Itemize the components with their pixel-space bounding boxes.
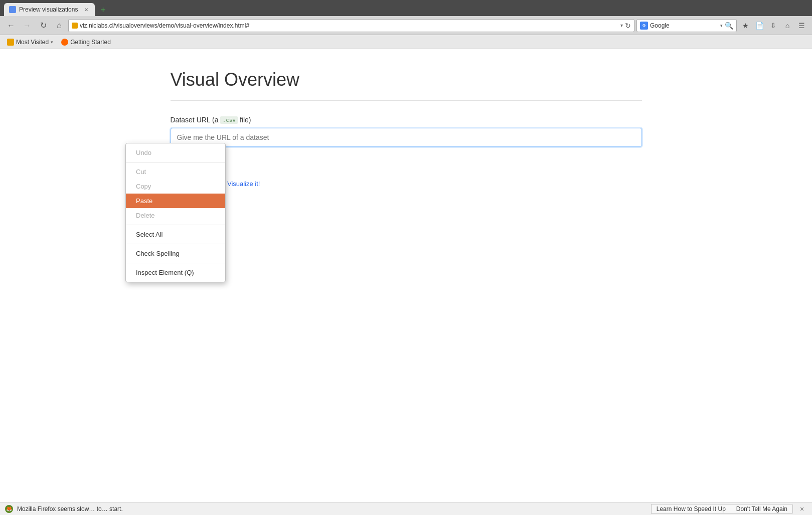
back-button[interactable]: ←: [4, 19, 18, 33]
status-bar: 🦊 Mozilla Firefox seems slow… to… start.…: [0, 502, 812, 515]
status-action-buttons: Learn How to Speed It Up Don't Tell Me A…: [651, 504, 793, 514]
dismiss-button[interactable]: Don't Tell Me Again: [731, 504, 793, 514]
bookmarks-star-button[interactable]: ★: [739, 19, 752, 32]
search-engine-icon: G: [640, 22, 648, 30]
new-tab-button[interactable]: +: [97, 4, 109, 16]
context-menu-separator-1: [126, 162, 225, 162]
page-inner: Visual Overview Dataset URL (a .csv file…: [160, 69, 652, 188]
context-menu-select-all[interactable]: Select All: [126, 227, 225, 242]
nav-icon-buttons: ★ 📄 ⇩ ⌂ ☰: [739, 19, 808, 32]
search-icon[interactable]: 🔍: [725, 22, 733, 30]
url-dropdown-icon[interactable]: ▾: [620, 23, 623, 28]
context-menu: Undo Cut Copy Paste Delete Select All Ch…: [125, 143, 226, 282]
dataset-field-group: Dataset URL (a .csv file): [171, 116, 642, 154]
most-visited-dropdown-icon[interactable]: ▾: [51, 40, 53, 45]
context-menu-undo[interactable]: Undo: [126, 145, 225, 160]
search-dropdown-icon[interactable]: ▾: [720, 23, 723, 28]
firefox-slow-icon: 🦊: [5, 505, 13, 513]
download-button[interactable]: ⇩: [767, 19, 780, 32]
csv-badge: .csv: [220, 116, 238, 124]
page-title: Visual Overview: [171, 69, 642, 101]
url-refresh-icon[interactable]: ↻: [625, 22, 631, 30]
context-menu-separator-2: [126, 225, 225, 225]
search-engine-label: Google: [650, 22, 718, 29]
search-bar[interactable]: G Google ▾ 🔍: [636, 19, 737, 32]
context-menu-check-spelling[interactable]: Check Spelling: [126, 246, 225, 261]
menu-button[interactable]: ☰: [795, 19, 808, 32]
most-visited-icon: [7, 39, 14, 46]
bookmark-promo: Add our bookmark: Visualize it!: [171, 180, 642, 188]
forward-button[interactable]: →: [20, 19, 34, 33]
tab-label: Preview visualizations: [19, 6, 78, 13]
learn-speed-button[interactable]: Learn How to Speed It Up: [651, 504, 731, 514]
active-tab[interactable]: Preview visualizations ✕: [4, 3, 95, 16]
tab-bar: Preview visualizations ✕ +: [4, 0, 109, 16]
context-menu-cut[interactable]: Cut: [126, 164, 225, 179]
promo-link[interactable]: Visualize it!: [227, 180, 260, 188]
status-message: Mozilla Firefox seems slow… to… start.: [17, 505, 647, 512]
tab-favicon: [9, 6, 16, 13]
url-bar[interactable]: viz.niclabs.cl/visualoverviews/demo/visu…: [68, 19, 634, 32]
context-menu-paste[interactable]: Paste: [126, 194, 225, 208]
context-menu-separator-4: [126, 263, 225, 263]
url-text: viz.niclabs.cl/visualoverviews/demo/visu…: [80, 22, 618, 29]
browser-title-bar: Preview visualizations ✕ +: [0, 0, 812, 16]
context-menu-delete[interactable]: Delete: [126, 208, 225, 223]
most-visited-label: Most Visited: [16, 39, 49, 46]
reload-button[interactable]: ↻: [36, 19, 50, 33]
home-button[interactable]: ⌂: [52, 19, 66, 33]
field-label: Dataset URL (a .csv file): [171, 116, 642, 124]
tab-close-button[interactable]: ✕: [83, 6, 90, 13]
status-close-button[interactable]: ×: [797, 504, 807, 514]
context-menu-inspect-element[interactable]: Inspect Element (Q): [126, 265, 225, 280]
url-favicon: [72, 23, 78, 29]
dataset-url-input[interactable]: [171, 128, 642, 147]
navigation-bar: ← → ↻ ⌂ viz.niclabs.cl/visualoverviews/d…: [0, 16, 812, 35]
bookmarks-bar: Most Visited ▾ Getting Started: [0, 35, 812, 49]
page-content: Visual Overview Dataset URL (a .csv file…: [0, 49, 812, 502]
context-menu-separator-3: [126, 244, 225, 244]
bookmark-most-visited[interactable]: Most Visited ▾: [4, 38, 56, 47]
bookmark-getting-started[interactable]: Getting Started: [58, 38, 114, 47]
context-menu-copy[interactable]: Copy: [126, 179, 225, 194]
getting-started-icon: [61, 39, 68, 46]
file-label-text: file): [240, 116, 251, 124]
getting-started-label: Getting Started: [70, 39, 111, 46]
dataset-label-text: Dataset URL (a: [171, 116, 219, 124]
home-nav-button[interactable]: ⌂: [781, 19, 794, 32]
reader-view-button[interactable]: 📄: [753, 19, 766, 32]
